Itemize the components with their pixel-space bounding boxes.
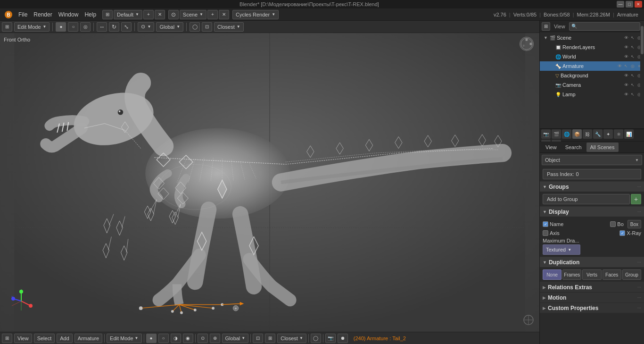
rl-cursor-icon[interactable]: ↖	[630, 45, 636, 50]
rotate-icon[interactable]: ↻	[109, 22, 119, 32]
lamp-cursor-icon[interactable]: ↖	[630, 92, 636, 97]
outliner-view-btn[interactable]: View	[552, 24, 567, 29]
layout-icon-2[interactable]: +	[143, 10, 154, 19]
transform-orientation-dropdown[interactable]: Global ▼	[156, 22, 183, 32]
wire-shading-icon[interactable]: ○	[68, 22, 78, 32]
minimize-button[interactable]: —	[617, 1, 624, 8]
solid-shading-icon[interactable]: ●	[56, 22, 66, 32]
viewport-mode-dropdown[interactable]: Edit Mode ▼	[14, 22, 50, 32]
btm-proportional-icon[interactable]: ◯	[311, 334, 321, 343]
dup-verts-btn[interactable]: Verts	[582, 269, 601, 280]
outliner-search-input[interactable]: 🔍	[569, 22, 640, 31]
armature-cursor-icon[interactable]: ↖	[623, 64, 629, 68]
blender-logo-button[interactable]: B	[2, 9, 15, 20]
file-menu[interactable]: File	[16, 9, 30, 20]
select-menu-btn[interactable]: Select	[34, 334, 55, 343]
snap-icon[interactable]: ⊡	[202, 22, 212, 32]
props-physics-icon[interactable]: ⚛	[614, 129, 623, 139]
render-menu[interactable]: Render	[31, 9, 55, 20]
transform-global-dropdown[interactable]: Global ▼	[222, 334, 249, 343]
outliner-type-icon[interactable]: ⊞	[542, 22, 550, 31]
scene-cursor-icon[interactable]: ↖	[630, 35, 636, 40]
btm-render-icon[interactable]: ◉	[183, 334, 193, 343]
world-cursor-icon[interactable]: ↖	[630, 54, 636, 59]
view-menu-btn[interactable]: View	[14, 334, 32, 343]
scene-icon[interactable]: ⊙	[168, 10, 179, 19]
outliner-item-camera[interactable]: 📷 Camera 👁 ↖ ◎	[540, 80, 644, 90]
dup-none-btn[interactable]: None	[543, 269, 561, 280]
props-render-icon[interactable]: 📷	[541, 129, 551, 139]
object-type-dropdown[interactable]: Object ▼	[542, 155, 642, 165]
trex-3d-display[interactable]: + Front Ortho	[0, 33, 539, 332]
proportional-edit-icon[interactable]: ◯	[190, 22, 200, 32]
btm-record-icon[interactable]: ⏺	[338, 334, 348, 343]
btm-pivot-icon[interactable]: ⊙	[198, 334, 208, 343]
custom-properties-section[interactable]: ▶ Custom Properties ···	[540, 303, 644, 313]
display-section-header[interactable]: ▼ Display ···	[540, 207, 644, 217]
snap-closest-dropdown[interactable]: Closest ▼	[277, 334, 306, 343]
lamp-eye-icon[interactable]: 👁	[623, 92, 629, 97]
outliner-item-scene[interactable]: ▼ 🎬 Scene 👁 ↖ ◎	[540, 33, 644, 42]
outliner-item-lamp[interactable]: 💡 Lamp 👁 ↖ ◎	[540, 90, 644, 99]
name-checkbox[interactable]: Name	[543, 221, 563, 227]
dup-group-btn[interactable]: Group	[622, 269, 641, 280]
props-all-scenes-tab[interactable]: All Scenes	[586, 143, 619, 152]
armature-menu-btn[interactable]: Armature	[74, 334, 102, 343]
btm-opengl-icon[interactable]: 📷	[325, 334, 336, 343]
scale-icon[interactable]: ⤡	[121, 22, 132, 32]
btm-material-icon[interactable]: ◑	[171, 334, 181, 343]
scene-add-icon[interactable]: +	[207, 10, 218, 19]
textured-dropdown[interactable]: Textured ▼	[543, 244, 580, 255]
layout-dropdown[interactable]: Default ▼	[114, 10, 142, 19]
xray-checkbox[interactable]: X-Ray	[619, 230, 641, 236]
props-constraint-icon[interactable]: ⛓	[583, 129, 592, 139]
snap-dropdown[interactable]: Closest ▼	[214, 22, 244, 32]
render-shading-icon[interactable]: ◎	[80, 22, 91, 32]
props-search-tab[interactable]: Search	[561, 143, 586, 152]
outliner-item-world[interactable]: 🌐 World 👁 ↖ ◎	[540, 52, 644, 61]
pivot-dropdown[interactable]: ⊙ ▼	[138, 22, 154, 32]
btm-solid-icon[interactable]: ●	[146, 334, 157, 343]
btm-snap-icon[interactable]: ⊡	[253, 334, 263, 343]
dup-faces-btn[interactable]: Faces	[603, 269, 621, 280]
translate-icon[interactable]: ↔	[97, 22, 107, 32]
props-data-icon[interactable]: 📊	[624, 129, 634, 139]
rl-eye-icon[interactable]: 👁	[623, 45, 629, 50]
props-view-tab[interactable]: View	[542, 143, 561, 152]
close-button[interactable]: ✕	[635, 1, 642, 8]
render-engine-dropdown[interactable]: Cycles Render ▼	[232, 10, 279, 19]
add-menu-btn[interactable]: Add	[57, 334, 73, 343]
world-eye-icon[interactable]: 👁	[623, 54, 629, 59]
dup-frames-btn[interactable]: Frames	[562, 269, 581, 280]
relations-extras-section[interactable]: ▶ Relations Extras ···	[540, 282, 644, 293]
armature-render-icon[interactable]: ◎	[630, 64, 636, 68]
outliner-scrollbar[interactable]	[640, 21, 644, 128]
axis-checkbox[interactable]: Axis	[543, 230, 560, 236]
add-to-group-button[interactable]: Add to Group	[543, 194, 630, 204]
bg-eye-icon[interactable]: 👁	[623, 73, 629, 78]
box-button[interactable]: Box	[627, 220, 641, 228]
cam-eye-icon[interactable]: 👁	[623, 83, 629, 87]
props-world-icon[interactable]: 🌐	[562, 129, 571, 139]
motion-section[interactable]: ▶ Motion ···	[540, 293, 644, 303]
outliner-item-armature[interactable]: 🦴 Armature 👁 ↖ ◎ ≡	[540, 61, 644, 71]
layout-icon-3[interactable]: ✕	[155, 10, 165, 19]
btm-wireframe-icon[interactable]: ○	[158, 334, 169, 343]
viewport-nav[interactable]: Z X Y	[520, 37, 534, 51]
edit-mode-dropdown[interactable]: Edit Mode ▼	[107, 334, 141, 343]
duplication-section-header[interactable]: ▼ Duplication ···	[540, 257, 644, 268]
help-menu[interactable]: Help	[82, 9, 99, 20]
btm-snap2-icon[interactable]: ⊞	[265, 334, 275, 343]
btm-orientation-icon[interactable]: ⊕	[210, 334, 220, 343]
cam-cursor-icon[interactable]: ↖	[630, 83, 636, 87]
outliner-item-background[interactable]: ▽ Background 👁 ↖ ◎	[540, 71, 644, 80]
nav-orbit-circle[interactable]: Z X Y	[520, 37, 534, 51]
viewport-header-icon[interactable]: ⊞	[2, 22, 12, 32]
props-particles-icon[interactable]: ✦	[603, 129, 613, 139]
window-menu[interactable]: Window	[56, 9, 82, 20]
props-scene-icon[interactable]: 🎬	[552, 129, 561, 139]
bg-cursor-icon[interactable]: ↖	[630, 73, 636, 78]
outliner-item-renderlayers[interactable]: 🔲 RenderLayers 👁 ↖ ◎	[540, 42, 644, 52]
armature-eye-icon[interactable]: 👁	[617, 64, 622, 68]
bo-checkbox[interactable]: Bo	[610, 221, 623, 227]
